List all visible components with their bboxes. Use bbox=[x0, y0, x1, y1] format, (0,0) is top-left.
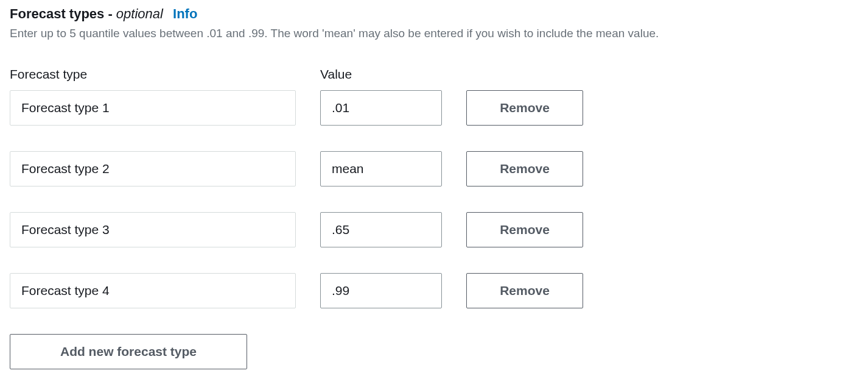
section-header: Forecast types - optional Info bbox=[10, 6, 858, 22]
forecast-value-input[interactable] bbox=[320, 273, 442, 308]
forecast-row: Remove bbox=[10, 212, 858, 247]
section-title: Forecast types - optional bbox=[10, 6, 167, 21]
forecast-types-section: Forecast types - optional Info Enter up … bbox=[10, 6, 858, 369]
section-title-text: Forecast types - bbox=[10, 6, 116, 21]
forecast-row: Remove bbox=[10, 151, 858, 186]
forecast-type-input[interactable] bbox=[10, 212, 296, 247]
add-forecast-type-button[interactable]: Add new forecast type bbox=[10, 334, 247, 369]
forecast-type-column-header: Forecast type bbox=[10, 67, 296, 82]
columns-header: Forecast type Value bbox=[10, 67, 858, 82]
remove-button[interactable]: Remove bbox=[466, 212, 583, 247]
helper-text: Enter up to 5 quantile values between .0… bbox=[10, 26, 858, 41]
forecast-type-input[interactable] bbox=[10, 273, 296, 308]
remove-button[interactable]: Remove bbox=[466, 151, 583, 186]
forecast-value-input[interactable] bbox=[320, 151, 442, 186]
forecast-row: Remove bbox=[10, 90, 858, 126]
forecast-value-input[interactable] bbox=[320, 212, 442, 247]
forecast-rows: Remove Remove Remove Remove bbox=[10, 90, 858, 308]
remove-button[interactable]: Remove bbox=[466, 90, 583, 126]
forecast-value-input[interactable] bbox=[320, 90, 442, 126]
value-column-header: Value bbox=[320, 67, 442, 82]
info-link[interactable]: Info bbox=[173, 6, 197, 21]
remove-button[interactable]: Remove bbox=[466, 273, 583, 308]
forecast-row: Remove bbox=[10, 273, 858, 308]
forecast-type-input[interactable] bbox=[10, 151, 296, 186]
optional-label: optional bbox=[116, 6, 163, 21]
forecast-type-input[interactable] bbox=[10, 90, 296, 126]
